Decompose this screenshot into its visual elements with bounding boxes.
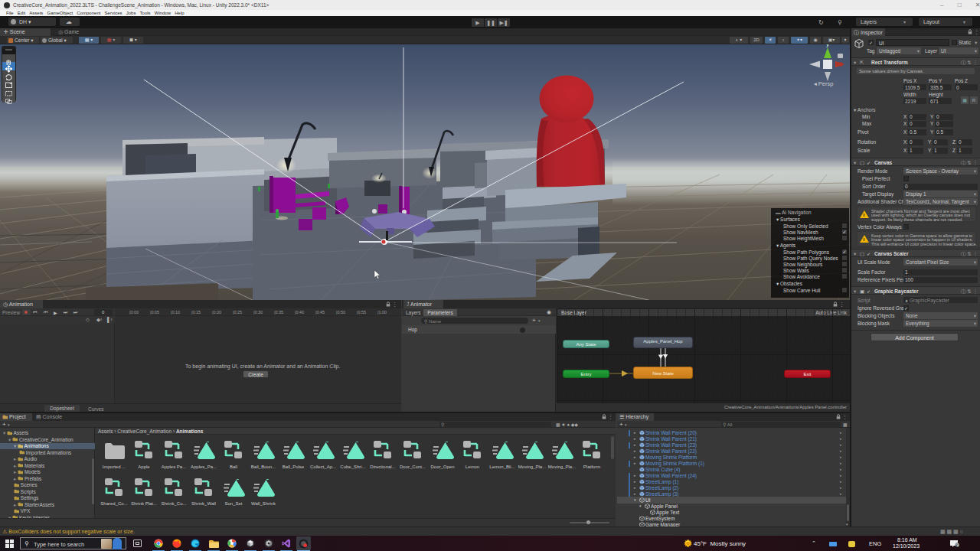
svg-text:Platform: Platform (583, 465, 600, 469)
svg-text:Directional...: Directional... (370, 465, 396, 469)
svg-text:Shrink_Cu...: Shrink_Cu... (161, 501, 186, 506)
svg-text:Sun_Set: Sun_Set (224, 501, 242, 506)
svg-text:Ball: Ball (230, 465, 237, 469)
svg-text:y: y (826, 44, 829, 47)
svg-text:◂ Persp: ◂ Persp (814, 80, 833, 87)
svg-text:Shrink_Wall: Shrink_Wall (191, 501, 216, 506)
svg-text:Door_Cont...: Door_Cont... (400, 465, 426, 469)
svg-text:Shrink Plat...: Shrink Plat... (131, 501, 157, 506)
svg-text:Lemon_Bli...: Lemon_Bli... (489, 465, 515, 469)
svg-text:Moving_Pla...: Moving_Pla... (518, 465, 547, 469)
svg-text:Imported ...: Imported ... (103, 465, 126, 469)
svg-text:Collect_Ap...: Collect_Ap... (310, 465, 336, 469)
svg-text:Moving_Pla...: Moving_Pla... (548, 465, 577, 469)
svg-text:Lemon: Lemon (466, 465, 479, 469)
svg-text:Apples_Pa...: Apples_Pa... (191, 465, 217, 469)
svg-text:Apples Pa...: Apples Pa... (162, 465, 187, 469)
svg-text:Shared_Co...: Shared_Co... (100, 501, 128, 506)
svg-text:Wall_Shrink: Wall_Shrink (251, 501, 276, 506)
svg-text:Cube_Shri...: Cube_Shri... (340, 465, 366, 469)
svg-text:Door_Open: Door_Open (430, 465, 454, 469)
svg-text:Apple: Apple (138, 465, 150, 469)
svg-text:Ball_Boun...: Ball_Boun... (251, 465, 276, 469)
svg-text:Ball_Pulse: Ball_Pulse (283, 465, 305, 469)
